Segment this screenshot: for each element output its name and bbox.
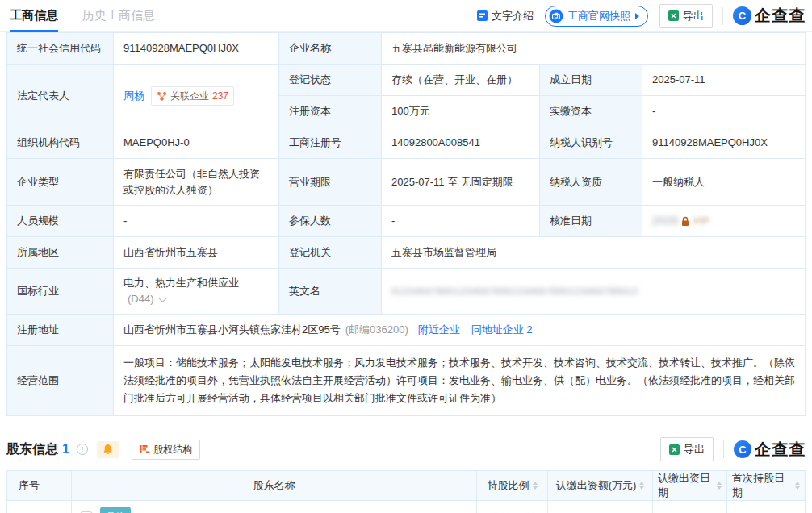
- sort-icon[interactable]: [639, 482, 644, 490]
- approval-date-value: 2025 VIP: [642, 206, 805, 236]
- vip-locked-value[interactable]: 2025 VIP: [652, 213, 709, 229]
- col-ratio[interactable]: 持股比例: [477, 471, 548, 500]
- brand-name: 企查查: [755, 5, 806, 27]
- scope-label: 经营范围: [7, 346, 114, 415]
- chevron-down-icon[interactable]: [158, 294, 166, 302]
- masked-text: 0123456789012345678901234567890123456789…: [391, 283, 638, 299]
- english-name-value: 0123456789012345678901234567890123456789…: [382, 269, 805, 314]
- insured-count-label: 参保人数: [279, 206, 382, 236]
- arrow-right-icon: [635, 13, 639, 19]
- qcc-logo-icon: C: [733, 6, 751, 25]
- sort-icon[interactable]: [533, 482, 538, 490]
- export-button[interactable]: 导出: [660, 437, 714, 461]
- export-label: 导出: [684, 442, 705, 457]
- table-header-row: 序号 股东名称 持股比例 认缴出资额(万元) 认缴出资日期 首次持股日期: [7, 471, 805, 501]
- taxpayer-id-value: 91140928MAEPQ0HJ0X: [642, 127, 805, 158]
- export-label: 导出: [683, 9, 704, 23]
- col-subscribed-amount[interactable]: 认缴出资额(万元): [548, 471, 653, 500]
- vip-label: VIP: [693, 213, 709, 229]
- english-name-label: 英文名: [279, 269, 382, 314]
- excel-icon: [669, 444, 680, 455]
- tab-history-info[interactable]: 历史工商信息: [82, 0, 155, 32]
- text-intro-button[interactable]: 文字介绍: [477, 9, 534, 23]
- paid-capital-label: 实缴资本: [540, 96, 642, 127]
- table-row: 人员规模 - 参保人数 - 核准日期 2025 VIP: [7, 206, 805, 237]
- col-first-date-label: 首次持股日期: [732, 471, 792, 500]
- toolbar: 文字介绍 工商官网快照 导出 C 企查查: [477, 4, 806, 28]
- sort-icon[interactable]: [717, 482, 722, 490]
- tab-business-info[interactable]: 工商信息: [10, 0, 58, 32]
- excel-icon: [668, 10, 679, 21]
- company-name-label: 企业名称: [279, 33, 382, 64]
- industry-name: 电力、热力生产和供应业: [123, 275, 239, 291]
- taxpayer-quality-label: 纳税人资质: [540, 159, 642, 205]
- equity-structure-button[interactable]: 股权结构: [132, 440, 200, 460]
- equity-chart-icon: [140, 444, 149, 454]
- table-row: 注册地址 山西省忻州市五寨县小河头镇焦家洼村2区95号 (邮编036200) 附…: [7, 315, 805, 346]
- taxpayer-id-label: 纳税人识别号: [540, 127, 642, 158]
- nearby-companies-link[interactable]: 附近企业: [418, 322, 460, 338]
- export-button[interactable]: 导出: [659, 4, 713, 28]
- legal-rep-link[interactable]: 周杨: [123, 88, 144, 104]
- address-value: 山西省忻州市五寨县小河头镇焦家洼村2区95号 (邮编036200) 附近企业 同…: [114, 315, 805, 345]
- related-count: 237: [212, 88, 228, 104]
- brand-logo: C 企查查: [734, 439, 806, 461]
- table-row: 1 + 晶航 储能 江西晶航储能技术有限公司 51.2345 100 VIP -…: [7, 501, 805, 513]
- reg-capital-label: 注册资本: [279, 96, 382, 127]
- sort-icon[interactable]: [795, 482, 800, 490]
- address-text: 山西省忻州市五寨县小河头镇焦家洼村2区95号: [123, 322, 341, 338]
- ent-type-label: 企业类型: [7, 159, 114, 205]
- org-network-icon: [157, 91, 167, 101]
- lock-icon: [680, 216, 690, 227]
- table-row: 法定代表人 周杨 关联企业 237 登记状态 存续（在营、开业、在册） 成立日期…: [7, 65, 805, 127]
- authority-value: 五寨县市场监督管理局: [382, 237, 805, 268]
- credit-code-value: 91140928MAEPQ0HJ0X: [114, 33, 279, 64]
- org-code-label: 组织机构代码: [7, 127, 114, 158]
- staff-size-value: -: [114, 206, 279, 236]
- info-icon[interactable]: i: [77, 444, 88, 455]
- same-address-link[interactable]: 同地址企业 2: [471, 322, 533, 338]
- table-row: 企业类型 有限责任公司（非自然人投资或控股的法人独资） 营业期限 2025-07…: [7, 159, 805, 206]
- col-shareholder-name: 股东名称: [72, 471, 477, 500]
- tab-bar: 工商信息 历史工商信息 文字介绍 工商官网快照 导出 C 企查查: [0, 0, 812, 32]
- text-doc-icon: [477, 10, 488, 21]
- table-row: 登记状态 存续（在营、开业、在册） 成立日期 2025-07-11: [279, 65, 805, 96]
- related-label: 关联企业: [170, 88, 209, 104]
- snapshot-button[interactable]: 工商官网快照: [545, 6, 648, 27]
- postcode-text: (邮编036200): [345, 322, 408, 338]
- reg-status-label: 登记状态: [279, 65, 382, 95]
- subgrid: 登记状态 存续（在营、开业、在册） 成立日期 2025-07-11 注册资本 1…: [279, 65, 805, 127]
- first-date-value: 2025-07-11: [727, 501, 805, 513]
- row-index: 1: [7, 501, 72, 513]
- pay-date-value: -: [653, 501, 727, 513]
- legal-rep-cell: 周杨 关联企业 237: [114, 65, 279, 127]
- reg-capital-value: 100万元: [382, 96, 540, 127]
- est-date-label: 成立日期: [540, 65, 642, 95]
- business-info-table: 统一社会信用代码 91140928MAEPQ0HJ0X 企业名称 五寨县晶能新能…: [6, 32, 806, 416]
- col-first-hold-date[interactable]: 首次持股日期: [727, 471, 805, 500]
- text-intro-label: 文字介绍: [492, 9, 534, 23]
- approval-date-label: 核准日期: [540, 206, 642, 236]
- insured-count-value: -: [382, 206, 540, 236]
- ent-type-value: 有限责任公司（非自然人投资或控股的法人独资）: [114, 159, 279, 205]
- term-label: 营业期限: [279, 159, 382, 205]
- col-subscribed-date[interactable]: 认缴出资日期: [653, 471, 727, 500]
- shareholder-avatar: 晶航 储能: [100, 507, 131, 513]
- brand-name: 企查查: [755, 439, 806, 461]
- divider: [722, 7, 723, 25]
- scope-value: 一般项目：储能技术服务；太阳能发电技术服务；风力发电技术服务；技术服务、技术开发…: [114, 346, 805, 415]
- authority-label: 登记机关: [279, 237, 382, 268]
- shareholder-section-header: 股东信息 1 i 股权结构 导出 C 企查查: [6, 437, 806, 461]
- legal-rep-label: 法定代表人: [7, 65, 114, 127]
- org-code-value: MAEPQ0HJ-0: [114, 127, 279, 158]
- camera-icon: [549, 9, 563, 23]
- alert-bell-button[interactable]: [97, 441, 119, 458]
- credit-code-label: 统一社会信用代码: [7, 33, 114, 64]
- related-companies-badge[interactable]: 关联企业 237: [151, 86, 234, 106]
- section-title: 股东信息: [6, 441, 58, 458]
- divider: [723, 440, 724, 458]
- paid-capital-value: -: [642, 96, 805, 127]
- reg-no-label: 工商注册号: [279, 127, 382, 158]
- taxpayer-quality-value: 一般纳税人: [642, 159, 805, 205]
- col-ratio-label: 持股比例: [488, 478, 529, 493]
